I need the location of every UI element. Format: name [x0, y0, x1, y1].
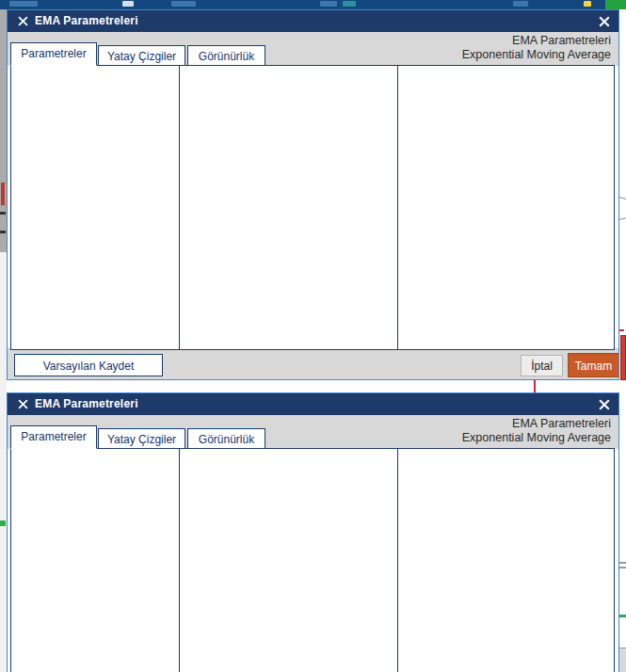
indicator-name: EMA Parametreleri	[462, 417, 611, 431]
toolbar-fragment	[513, 1, 528, 7]
indicator-long-name: Exponential Moving Average	[462, 48, 611, 62]
toolbar-fragment	[320, 1, 337, 7]
background-green-fragment	[619, 615, 626, 617]
background-red-fragment	[1, 183, 5, 205]
background-line-fragment	[619, 562, 626, 564]
toolbar-fragment	[122, 1, 134, 7]
close-icon[interactable]	[597, 14, 612, 28]
save-default-button[interactable]: Varsayılan Kaydet	[14, 354, 163, 376]
ok-button[interactable]: Tamam	[568, 353, 619, 377]
background-red-line	[534, 380, 536, 392]
column-divider	[179, 66, 180, 349]
tab-yatay-cizgiler[interactable]: Yatay Çizgiler	[98, 428, 185, 449]
parameters-panel	[10, 65, 615, 350]
dialog-title: EMA Parametreleri	[35, 397, 138, 410]
tab-gorunurluk[interactable]: Görünürlük	[187, 45, 265, 66]
close-icon[interactable]	[15, 397, 30, 411]
close-icon[interactable]	[597, 397, 612, 411]
background-toolbar	[0, 0, 626, 9]
column-divider	[179, 449, 180, 672]
cancel-button[interactable]: İptal	[521, 355, 563, 376]
toolbar-fragment	[343, 1, 356, 7]
background-right-sliver	[619, 9, 626, 380]
background-red-block	[620, 335, 626, 380]
background-line-fragment	[619, 197, 626, 200]
column-divider	[397, 66, 398, 349]
indicator-long-name: Exponential Moving Average	[462, 431, 611, 445]
ema-parameters-dialog-1: EMA Parametreleri EMA Parametreleri Expo…	[7, 9, 619, 380]
toolbar-fragment	[171, 1, 196, 7]
close-icon[interactable]	[15, 14, 30, 28]
titlebar[interactable]: EMA Parametreleri	[8, 10, 618, 32]
background-gray-box	[619, 648, 626, 672]
indicator-name: EMA Parametreleri	[462, 34, 611, 48]
toolbar-yellow-fragment	[584, 1, 591, 7]
background-line-fragment	[619, 217, 626, 220]
ema-parameters-dialog-2: EMA Parametreleri EMA Parametreleri Expo…	[7, 392, 619, 672]
toolbar-fragment	[9, 1, 38, 7]
dialog-footer: Varsayılan Kaydet İptal Tamam	[8, 348, 618, 379]
background-right-sliver-2	[619, 392, 626, 672]
background-red-tick	[619, 329, 624, 331]
background-line-fragment	[619, 567, 626, 568]
screen: EMA Parametreleri EMA Parametreleri Expo…	[0, 0, 626, 672]
dialog-title: EMA Parametreleri	[35, 14, 138, 27]
background-fragment	[0, 231, 6, 233]
column-divider	[397, 449, 398, 672]
background-left-panel-lower	[0, 252, 7, 672]
tab-parametreler[interactable]: Parametreler	[10, 42, 97, 66]
background-left-panel	[0, 9, 7, 252]
tab-gorunurluk[interactable]: Görünürlük	[187, 428, 265, 449]
tab-yatay-cizgiler[interactable]: Yatay Çizgiler	[98, 45, 185, 66]
background-green-fragment	[0, 520, 6, 526]
tab-parametreler[interactable]: Parametreler	[10, 425, 97, 449]
parameters-panel	[10, 448, 615, 672]
background-fragment	[0, 212, 6, 215]
toolbar-green-fragment	[605, 0, 626, 9]
titlebar[interactable]: EMA Parametreleri	[8, 393, 618, 415]
